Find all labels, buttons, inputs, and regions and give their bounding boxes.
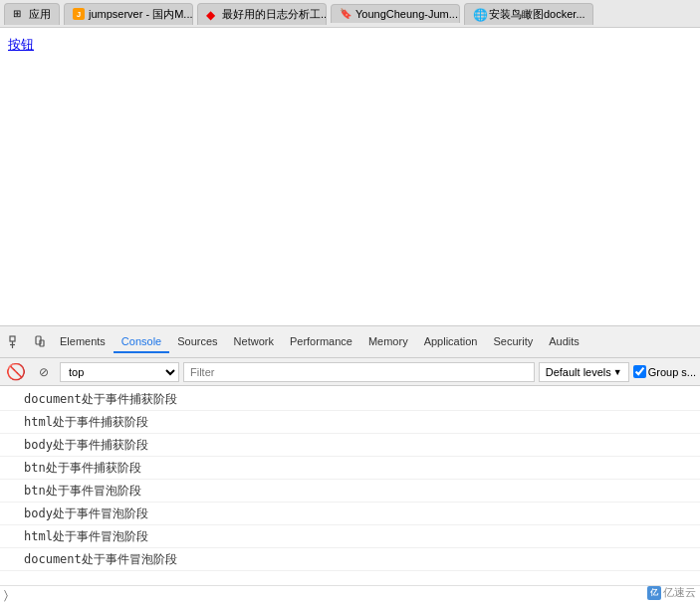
tab-log-label: 最好用的日志分析工...: [222, 7, 327, 22]
device-icon: [33, 335, 47, 349]
devtools-tab-elements[interactable]: Elements: [52, 331, 114, 353]
devtools-tab-application[interactable]: Application: [416, 331, 486, 353]
devtools-toolbar2: 🚫 ⊘ top Default levels ▼ Group s...: [0, 358, 700, 386]
group-similar-label[interactable]: Group s...: [633, 365, 696, 378]
tab-jumpserver[interactable]: J jumpserver - 国内M...: [64, 3, 193, 25]
watermark-text: 亿速云: [663, 585, 696, 600]
watermark-icon: 亿: [647, 586, 661, 600]
console-output[interactable]: document处于事件捕获阶段 html处于事件捕获阶段 body处于事件捕获…: [0, 386, 700, 585]
tab-apps-label: 应用: [29, 7, 51, 22]
devtools-panel: Elements Console Sources Network Perform…: [0, 325, 700, 604]
browser-content: 按钮 Elements Console: [0, 28, 700, 604]
inspect-icon: [9, 335, 23, 349]
tab-young-label: YoungCheung-Jum...: [355, 8, 458, 20]
console-line-4: btn处于事件冒泡阶段: [0, 480, 700, 503]
tab-apps[interactable]: ⊞ 应用: [4, 3, 60, 25]
console-line-6: html处于事件冒泡阶段: [0, 525, 700, 548]
devtools-tab-memory[interactable]: Memory: [360, 331, 416, 353]
devtools-clear-button[interactable]: 🚫: [4, 360, 28, 384]
tab-docker[interactable]: 🌐 安装鸟瞰图docker...: [464, 3, 593, 25]
console-line-0: document处于事件捕获阶段: [0, 388, 700, 411]
tab-docker-label: 安装鸟瞰图docker...: [489, 7, 585, 22]
console-line-5: body处于事件冒泡阶段: [0, 503, 700, 525]
svg-rect-0: [10, 336, 15, 341]
young-favicon: 🔖: [340, 8, 351, 20]
jumpserver-favicon: J: [73, 8, 85, 20]
context-select[interactable]: top: [60, 362, 179, 382]
devtools-tab-performance[interactable]: Performance: [282, 331, 360, 353]
watermark: 亿 亿速云: [647, 585, 696, 600]
console-line-2: body处于事件捕获阶段: [0, 434, 700, 457]
log-favicon: ◆: [206, 8, 218, 20]
console-prompt-icon: 〉: [4, 588, 8, 602]
docker-favicon: 🌐: [473, 8, 485, 20]
tab-bar: ⊞ 应用 J jumpserver - 国内M... ◆ 最好用的日志分析工..…: [0, 0, 700, 28]
page-area: 按钮: [0, 28, 700, 325]
console-line-3: btn处于事件捕获阶段: [0, 457, 700, 480]
devtools-device-button[interactable]: [28, 330, 52, 354]
devtools-pause-button[interactable]: ⊘: [32, 360, 56, 384]
tab-young[interactable]: 🔖 YoungCheung-Jum...: [331, 4, 460, 23]
svg-rect-4: [40, 340, 44, 346]
chevron-down-icon: ▼: [613, 367, 622, 377]
tab-log[interactable]: ◆ 最好用的日志分析工...: [197, 3, 327, 25]
filter-input[interactable]: [183, 362, 535, 382]
devtools-inspect-button[interactable]: [4, 330, 28, 354]
console-line-7: document处于事件冒泡阶段: [0, 548, 700, 571]
devtools-tab-audits[interactable]: Audits: [541, 331, 587, 353]
devtools-tab-sources[interactable]: Sources: [169, 331, 225, 353]
console-input-line: 〉: [0, 585, 700, 604]
default-levels-button[interactable]: Default levels ▼: [539, 362, 629, 382]
devtools-tab-network[interactable]: Network: [226, 331, 282, 353]
devtools-tab-security[interactable]: Security: [485, 331, 541, 353]
apps-favicon: ⊞: [13, 8, 25, 20]
page-button[interactable]: 按钮: [8, 36, 34, 54]
group-similar-checkbox[interactable]: [633, 365, 646, 378]
devtools-tabs-bar: Elements Console Sources Network Perform…: [0, 326, 700, 358]
tab-jumpserver-label: jumpserver - 国内M...: [89, 7, 193, 22]
console-line-1: html处于事件捕获阶段: [0, 411, 700, 434]
devtools-tab-console[interactable]: Console: [114, 331, 169, 353]
